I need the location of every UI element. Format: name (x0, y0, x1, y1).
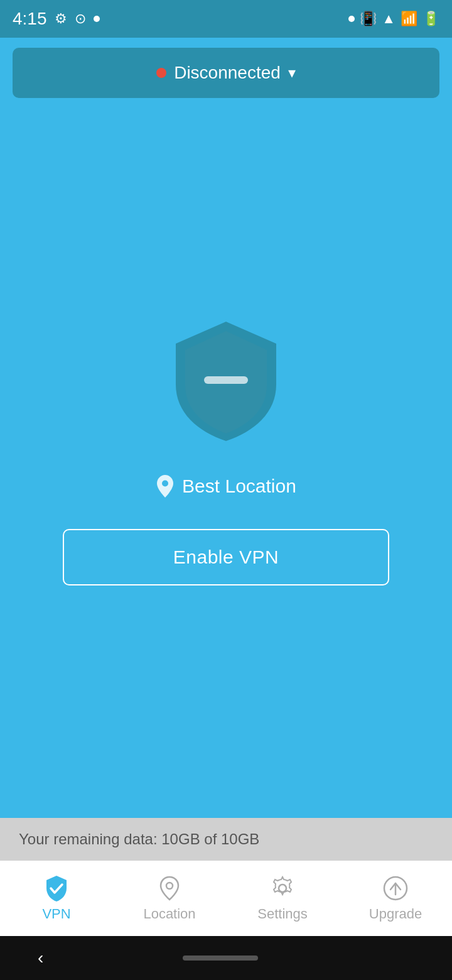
nav-item-upgrade[interactable]: Upgrade (339, 874, 452, 922)
settings-gear-icon (269, 874, 296, 902)
status-bar-right: 📳 ▲ 📶 🔋 (348, 11, 439, 27)
bottom-nav: VPN Location Settings Upgrade (0, 861, 452, 936)
signal-dot-icon (348, 16, 355, 22)
system-nav-bar: ‹ (0, 936, 452, 980)
chevron-down-icon: ▾ (288, 64, 296, 82)
home-pill[interactable] (183, 956, 258, 961)
shield-container (163, 315, 289, 450)
location-nav-icon (156, 874, 183, 902)
vpn-check-icon (43, 874, 70, 902)
nav-label-upgrade: Upgrade (369, 906, 422, 922)
status-time: 4:15 (13, 9, 47, 29)
nav-label-location: Location (143, 906, 195, 922)
upgrade-icon (382, 874, 409, 902)
location-pin-icon (156, 475, 175, 498)
nav-item-vpn[interactable]: VPN (0, 874, 113, 922)
wifi-icon: ▲ (382, 11, 396, 27)
status-bar-left: 4:15 ⚙ ⊙ (13, 9, 100, 29)
connection-status-text: Disconnected (174, 63, 281, 83)
nav-item-settings[interactable]: Settings (226, 874, 339, 922)
nav-label-settings: Settings (257, 906, 308, 922)
disconnected-status-dot (156, 68, 166, 78)
remaining-data-text: Your remaining data: 10GB of 10GB (19, 830, 259, 847)
svg-rect-0 (204, 376, 248, 384)
status-dot (94, 16, 100, 22)
vibrate-icon: 📳 (360, 11, 377, 27)
shield-icon (163, 315, 289, 447)
camera-icon: ⊙ (75, 11, 86, 27)
connection-banner[interactable]: Disconnected ▾ (13, 48, 439, 98)
battery-icon: 🔋 (422, 11, 439, 27)
back-button[interactable]: ‹ (38, 948, 43, 968)
nav-item-location[interactable]: Location (113, 874, 226, 922)
location-row[interactable]: Best Location (156, 475, 296, 498)
signal-icon: 📶 (401, 11, 417, 27)
status-bar: 4:15 ⚙ ⊙ 📳 ▲ 📶 🔋 (0, 0, 452, 38)
svg-point-3 (279, 885, 286, 892)
main-content: Best Location Enable VPN (0, 108, 452, 818)
data-banner: Your remaining data: 10GB of 10GB (0, 818, 452, 861)
svg-point-1 (162, 481, 168, 487)
svg-point-2 (166, 883, 173, 889)
enable-vpn-button[interactable]: Enable VPN (63, 529, 389, 585)
best-location-text: Best Location (182, 476, 296, 497)
nav-label-vpn: VPN (42, 906, 70, 922)
gear-icon: ⚙ (55, 11, 67, 27)
